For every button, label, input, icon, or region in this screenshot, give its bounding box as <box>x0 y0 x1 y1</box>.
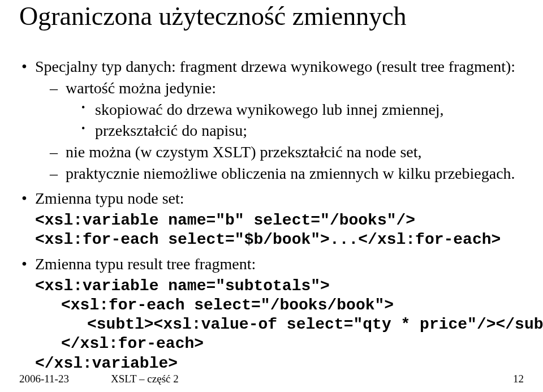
footer-page-number: 12 <box>513 373 524 385</box>
code-line: <xsl:for-each select="/books/book"> <box>35 296 524 315</box>
slide-title: Ograniczona użyteczność zmiennych <box>19 0 524 57</box>
code-line: <xsl:variable name="b" select="/books"/> <box>35 211 524 230</box>
code-line: <subtl><xsl:value-of select="qty * price… <box>35 315 524 334</box>
slide-footer: 2006-11-23 XSLT – część 2 12 <box>19 373 524 385</box>
bullet-item-2: Zmienna typu node set: <xsl:variable nam… <box>19 188 524 249</box>
bullet-3-text: Zmienna typu result tree fragment: <box>35 255 256 273</box>
bullet-item-1: Specjalny typ danych: fragment drzewa wy… <box>19 57 524 184</box>
code-line: </xsl:for-each> <box>35 334 524 354</box>
bullet-1-text: Specjalny typ danych: fragment drzewa wy… <box>35 58 515 75</box>
code-line: <xsl:for-each select="$b/book">...</xsl:… <box>35 230 524 249</box>
dash-item-3: praktycznie niemożliwe obliczenia na zmi… <box>50 163 524 184</box>
dot-item-2: przekształcić do napisu; <box>81 120 524 141</box>
dash-item-1: wartość można jedynie: skopiować do drze… <box>50 78 524 141</box>
code-block-1: <xsl:variable name="b" select="/books"/>… <box>35 211 524 249</box>
dash-list-1: wartość można jedynie: skopiować do drze… <box>35 78 524 184</box>
footer-date: 2006-11-23 <box>19 373 69 385</box>
dot-item-1: skopiować do drzewa wynikowego lub innej… <box>81 100 524 120</box>
bullet-item-3: Zmienna typu result tree fragment: <xsl:… <box>19 254 524 373</box>
code-line: <xsl:variable name="subtotals"> <box>35 277 524 296</box>
slide-content: Specjalny typ danych: fragment drzewa wy… <box>19 57 524 373</box>
slide-page: Ograniczona użyteczność zmiennych Specja… <box>0 0 543 392</box>
bullet-2-text: Zmienna typu node set: <box>35 189 184 207</box>
bullet-list: Specjalny typ danych: fragment drzewa wy… <box>19 57 524 373</box>
dash-item-2: nie można (w czystym XSLT) przekształcić… <box>50 142 524 162</box>
code-block-2: <xsl:variable name="subtotals"> <xsl:for… <box>35 277 524 373</box>
footer-title: XSLT – część 2 <box>111 373 513 385</box>
dot-list-1: skopiować do drzewa wynikowego lub innej… <box>66 100 524 141</box>
dash-1-text: wartość można jedynie: <box>66 79 216 97</box>
code-line: </xsl:variable> <box>35 354 524 373</box>
